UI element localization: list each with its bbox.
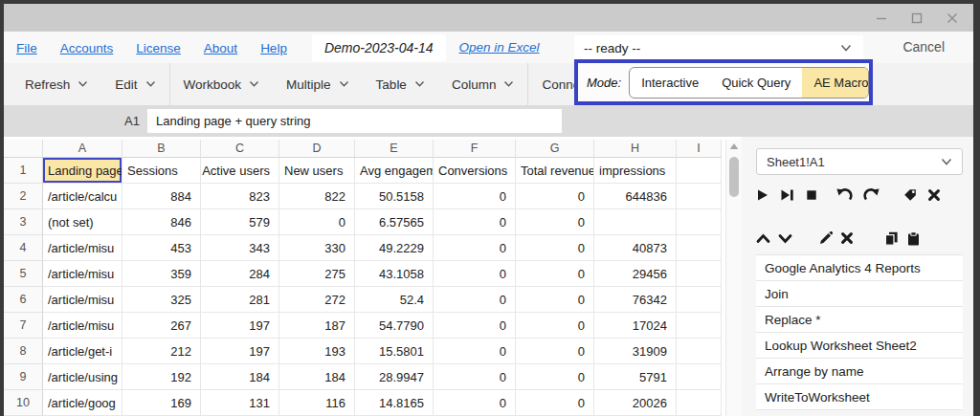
row-header-9[interactable]: 9 [4, 364, 43, 390]
row-header-8[interactable]: 8 [4, 339, 43, 364]
cell-D4[interactable]: 330 [279, 235, 355, 261]
cell-H3[interactable] [594, 209, 677, 235]
cell-A8[interactable]: /article/get-i [43, 339, 122, 364]
column-header-A[interactable]: A [43, 140, 122, 158]
cell-D2[interactable]: 822 [279, 184, 355, 209]
cell-G7[interactable]: 0 [516, 313, 594, 339]
cell-F6[interactable]: 0 [434, 287, 516, 313]
cell-C3[interactable]: 579 [201, 209, 279, 235]
row-header-2[interactable]: 2 [4, 184, 43, 209]
cell-H2[interactable]: 644836 [594, 184, 677, 209]
cell-H1[interactable]: impressions [594, 158, 677, 184]
cell-D8[interactable]: 193 [279, 339, 355, 364]
cell-G4[interactable]: 0 [516, 235, 594, 261]
cell-D3[interactable]: 0 [279, 209, 355, 235]
cell-A9[interactable]: /article/using [43, 364, 122, 390]
cell-H4[interactable]: 40873 [594, 235, 677, 261]
menu-link-about[interactable]: About [204, 41, 237, 55]
column-header-I[interactable]: I [677, 140, 722, 158]
toolbar-menu-column[interactable]: Column [438, 63, 528, 105]
cell-I2[interactable] [677, 184, 722, 209]
menu-link-file[interactable]: File [16, 41, 37, 55]
cell-C5[interactable]: 284 [201, 261, 279, 287]
menu-link-license[interactable]: License [136, 41, 181, 55]
cell-B1[interactable]: Sessions [122, 158, 201, 184]
cell-E8[interactable]: 15.5801 [355, 339, 434, 364]
row-header-7[interactable]: 7 [4, 313, 43, 339]
grid-corner[interactable] [4, 140, 43, 158]
cell-C8[interactable]: 197 [201, 339, 279, 364]
grid-vertical-scrollbar[interactable] [725, 140, 742, 416]
mode-option-quick-query[interactable]: Quick Query [710, 68, 802, 98]
row-header-6[interactable]: 6 [4, 287, 43, 313]
cell-C6[interactable]: 281 [201, 287, 279, 313]
toolbar-menu-table[interactable]: Table [363, 63, 438, 105]
open-in-excel-link[interactable]: Open in Excel [459, 40, 540, 55]
cell-I9[interactable] [677, 364, 722, 390]
macro-step-item[interactable]: Replace * [756, 307, 963, 333]
cell-E3[interactable]: 6.57565 [355, 209, 434, 235]
cell-E10[interactable]: 14.8165 [355, 390, 434, 416]
cell-B9[interactable]: 192 [122, 364, 201, 390]
cell-A1[interactable]: Landing page + query string [43, 158, 122, 184]
row-header-5[interactable]: 5 [4, 261, 43, 287]
cell-F4[interactable]: 0 [434, 235, 516, 261]
cell-I5[interactable] [677, 261, 722, 287]
macro-step-item[interactable]: Join [756, 281, 963, 307]
cell-E2[interactable]: 50.5158 [355, 184, 434, 209]
column-header-E[interactable]: E [355, 140, 434, 158]
cell-E4[interactable]: 49.2229 [355, 235, 434, 261]
cell-A5[interactable]: /article/misu [43, 261, 122, 287]
row-header-1[interactable]: 1 [4, 158, 43, 184]
cell-I6[interactable] [677, 287, 722, 313]
cell-E6[interactable]: 52.4 [355, 287, 434, 313]
column-header-B[interactable]: B [122, 140, 201, 158]
maximize-icon[interactable] [910, 11, 923, 24]
cell-B3[interactable]: 846 [122, 209, 201, 235]
redo-icon[interactable] [863, 188, 880, 202]
play-icon[interactable] [756, 188, 769, 202]
step-forward-icon[interactable] [780, 188, 794, 202]
cell-C7[interactable]: 197 [201, 313, 279, 339]
cell-C4[interactable]: 343 [201, 235, 279, 261]
copy-icon[interactable] [884, 231, 899, 246]
cell-G3[interactable]: 0 [516, 209, 594, 235]
pencil-icon[interactable] [819, 231, 833, 245]
cell-I10[interactable] [677, 390, 722, 416]
cell-A4[interactable]: /article/misu [43, 235, 122, 261]
cell-H8[interactable]: 31909 [594, 339, 677, 364]
cell-B5[interactable]: 359 [122, 261, 201, 287]
chevron-up-icon[interactable] [756, 232, 770, 245]
macro-step-item[interactable]: Arrange by name [756, 359, 963, 384]
cell-C9[interactable]: 184 [201, 364, 279, 390]
sheet-cell-dropdown[interactable]: Sheet1!A1 [756, 148, 963, 175]
cell-F5[interactable]: 0 [434, 261, 516, 287]
cell-B10[interactable]: 169 [122, 390, 201, 416]
cell-C1[interactable]: Active users [201, 158, 279, 184]
column-header-D[interactable]: D [279, 140, 355, 158]
cell-F1[interactable]: Conversions [434, 158, 516, 184]
cell-I1[interactable] [677, 158, 722, 184]
cell-D7[interactable]: 187 [279, 313, 355, 339]
mode-option-interactive[interactable]: Interactive [630, 68, 710, 98]
cell-C2[interactable]: 823 [201, 184, 279, 209]
column-header-F[interactable]: F [434, 140, 516, 158]
status-dropdown[interactable]: -- ready -- [574, 35, 863, 60]
cell-I4[interactable] [677, 235, 722, 261]
row-header-3[interactable]: 3 [4, 209, 43, 235]
cell-H10[interactable]: 20026 [594, 390, 677, 416]
cell-F10[interactable]: 0 [434, 390, 516, 416]
cell-A2[interactable]: /article/calcu [43, 184, 122, 209]
column-header-G[interactable]: G [516, 140, 594, 158]
close-icon[interactable] [840, 231, 854, 245]
cell-G10[interactable]: 0 [516, 390, 594, 416]
cell-H5[interactable]: 29456 [594, 261, 677, 287]
menu-link-accounts[interactable]: Accounts [60, 41, 114, 55]
toolbar-menu-workbook[interactable]: Workbook [170, 63, 274, 105]
cell-F7[interactable]: 0 [434, 313, 516, 339]
macro-step-item[interactable]: Google Analytics 4 Reports [756, 255, 963, 281]
stop-icon[interactable] [805, 188, 818, 202]
cell-B2[interactable]: 884 [122, 184, 201, 209]
cell-A3[interactable]: (not set) [43, 209, 122, 235]
cell-A10[interactable]: /article/goog [43, 390, 122, 416]
